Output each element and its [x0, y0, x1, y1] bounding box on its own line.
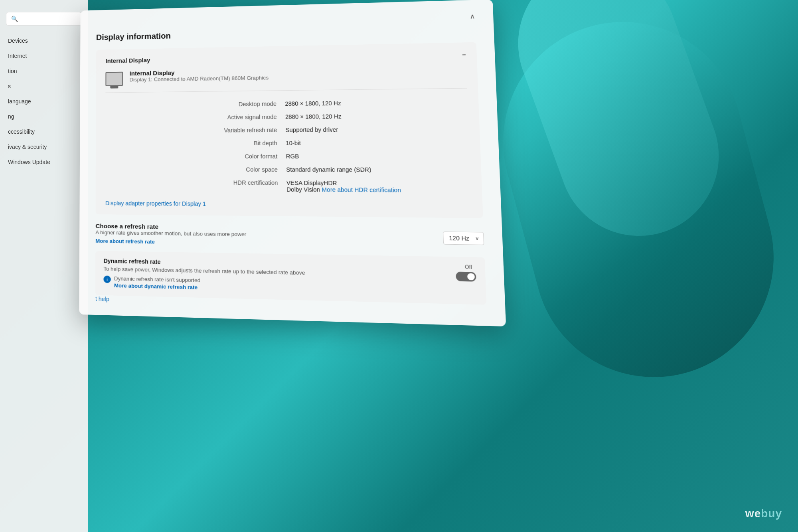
label-color-space: Color space	[105, 164, 278, 174]
sidebar-item-internet[interactable]: Internet	[3, 49, 85, 63]
settings-sidebar: 🔍 Devices Internet tion s language ng cc…	[0, 0, 88, 532]
label-active-signal: Active signal mode	[105, 112, 277, 123]
drr-toggle-container: Off	[448, 264, 476, 282]
drr-toggle-switch[interactable]	[456, 272, 476, 282]
sidebar-nav: Devices Internet tion s language ng cces…	[0, 34, 88, 169]
sidebar-item-accessibility[interactable]: ccessibility	[3, 125, 85, 139]
search-bar[interactable]: 🔍	[6, 12, 82, 26]
hdr-vesa: VESA DisplayHDR	[286, 180, 337, 186]
search-icon: 🔍	[11, 16, 18, 22]
dynamic-refresh-section: Dynamic refresh rate To help save power,…	[95, 251, 486, 305]
sidebar-item-devices[interactable]: Devices	[3, 34, 85, 48]
monitor-icon	[105, 72, 123, 86]
sidebar-item-tion[interactable]: tion	[3, 64, 85, 78]
label-desktop-mode: Desktop mode	[105, 99, 277, 110]
more-about-refresh-link[interactable]: More about refresh rate	[95, 238, 154, 245]
refresh-row: Choose a refresh rate A higher rate give…	[95, 222, 484, 250]
refresh-title-block: Choose a refresh rate A higher rate give…	[95, 222, 246, 247]
display-card-title: Internal Display	[105, 57, 150, 64]
webuy-watermark: webuy	[745, 507, 782, 520]
adapter-properties-link[interactable]: Display adapter properties for Display 1	[105, 200, 472, 210]
settings-panel: ∧ Display information Internal Display –…	[79, 0, 506, 326]
webuy-we: we	[745, 507, 761, 520]
label-color-format: Color format	[105, 151, 277, 161]
hdr-cert-link[interactable]: More about HDR certification	[322, 186, 401, 194]
display-info-card: Internal Display – Internal Display Disp…	[96, 42, 483, 218]
sidebar-item-s[interactable]: s	[3, 79, 85, 93]
refresh-rate-select-wrapper[interactable]: 60 Hz 120 Hz	[443, 231, 484, 245]
toggle-knob	[467, 273, 475, 280]
value-color-format: RGB	[286, 151, 470, 162]
sidebar-item-privacy[interactable]: ivacy & security	[3, 140, 85, 154]
collapse-button[interactable]: ∧	[470, 12, 475, 20]
webuy-buy: buy	[761, 507, 782, 520]
sidebar-item-windows-update[interactable]: Windows Update	[3, 155, 85, 169]
value-active-signal: 2880 × 1800, 120 Hz	[285, 111, 468, 122]
drr-toggle-label: Off	[465, 264, 472, 270]
sidebar-item-ng[interactable]: ng	[3, 109, 85, 124]
display-card-collapse-icon[interactable]: –	[462, 51, 466, 58]
value-desktop-mode: 2880 × 1800, 120 Hz	[285, 97, 468, 109]
drr-warning-block: Dynamic refresh rate isn't supported Mor…	[114, 275, 201, 291]
label-variable-refresh: Variable refresh rate	[105, 125, 277, 136]
hdr-dolby: Dolby Vision	[286, 186, 320, 193]
more-about-drr-link[interactable]: More about dynamic refresh rate	[114, 283, 198, 291]
display-name-block: Internal Display Display 1: Connected to…	[129, 68, 269, 83]
drr-content: Dynamic refresh rate To help save power,…	[103, 257, 449, 297]
value-hdr-cert: VESA DisplayHDR Dolby Vision More about …	[286, 178, 471, 196]
value-color-space: Standard dynamic range (SDR)	[286, 164, 470, 175]
sidebar-item-language[interactable]: language	[3, 94, 85, 109]
display-card-header: Internal Display –	[105, 51, 466, 64]
drr-warning: i Dynamic refresh rate isn't supported M…	[103, 275, 449, 297]
refresh-rate-section: Choose a refresh rate A higher rate give…	[95, 222, 486, 305]
drr-warning-text: Dynamic refresh rate isn't supported	[114, 275, 200, 283]
refresh-desc: A higher rate gives smoother motion, but…	[95, 229, 246, 237]
label-bit-depth: Bit depth	[105, 138, 277, 148]
value-bit-depth: 10-bit	[286, 137, 469, 148]
value-variable-refresh: Supported by driver	[285, 124, 469, 135]
refresh-rate-select[interactable]: 60 Hz 120 Hz	[443, 231, 484, 245]
label-hdr-cert: HDR certification	[105, 177, 278, 194]
help-link[interactable]: t help	[95, 295, 109, 302]
display-info-table: Desktop mode 2880 × 1800, 120 Hz Active …	[105, 97, 471, 196]
info-icon: i	[103, 275, 111, 283]
display-device-row: Internal Display Display 1: Connected to…	[105, 65, 467, 93]
